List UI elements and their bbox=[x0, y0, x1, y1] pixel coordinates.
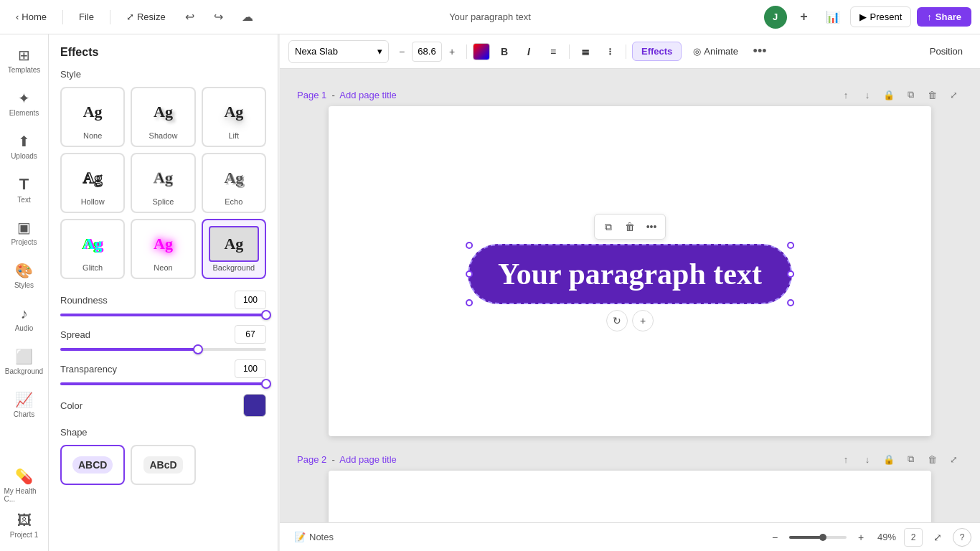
sidebar-item-audio[interactable]: ♪ Audio bbox=[4, 298, 44, 339]
add-people-button[interactable]: + bbox=[793, 6, 816, 29]
zoom-in-button[interactable]: + bbox=[852, 529, 870, 546]
element-add-button[interactable]: + bbox=[632, 310, 654, 331]
sidebar-item-styles[interactable]: 🎨 Styles bbox=[4, 255, 44, 296]
style-splice-card[interactable]: Ag Splice bbox=[131, 153, 195, 213]
page2-header: Page 2 - Add page title ↑ ↓ 🔒 ⧉ 🗑 ⤢ bbox=[294, 448, 966, 471]
resize-handle-bl[interactable] bbox=[466, 299, 473, 306]
zoom-thumb[interactable] bbox=[819, 534, 826, 541]
home-button[interactable]: ‹ Home bbox=[9, 7, 54, 27]
page2-canvas[interactable] bbox=[329, 471, 931, 522]
color-swatch[interactable] bbox=[243, 394, 266, 417]
help-button[interactable]: ? bbox=[953, 528, 971, 547]
fullscreen-button[interactable]: ⤢ bbox=[928, 528, 947, 547]
spread-input[interactable]: 67 bbox=[235, 325, 266, 344]
style-hollow-card[interactable]: Ag Hollow bbox=[60, 153, 125, 213]
list-button[interactable]: ≣ bbox=[575, 42, 595, 62]
page1-up-button[interactable]: ↑ bbox=[837, 85, 855, 104]
style-none-card[interactable]: Ag None bbox=[60, 87, 125, 147]
position-button[interactable]: Position bbox=[921, 42, 971, 60]
shape-rounded-card[interactable]: ABCD bbox=[60, 445, 125, 485]
main-canvas-area[interactable]: Page 1 - Add page title ↑ ↓ 🔒 ⧉ 🗑 ⤢ bbox=[280, 69, 980, 522]
align-button[interactable]: ≡ bbox=[543, 42, 563, 62]
spread-track[interactable] bbox=[60, 348, 266, 351]
sidebar-item-elements[interactable]: ✦ Elements bbox=[4, 83, 44, 123]
sidebar-item-background[interactable]: ⬜ Background bbox=[4, 342, 44, 382]
font-size-decrease-button[interactable]: − bbox=[393, 43, 410, 60]
font-selector[interactable]: Nexa Slab ▾ bbox=[288, 40, 389, 63]
roundness-track[interactable] bbox=[60, 314, 266, 316]
page1-delete-button[interactable]: 🗑 bbox=[923, 85, 941, 104]
sidebar-item-charts[interactable]: 📈 Charts bbox=[4, 385, 44, 425]
sidebar-item-uploads[interactable]: ⬆ Uploads bbox=[4, 126, 44, 166]
transparency-input[interactable]: 100 bbox=[235, 359, 266, 378]
animate-button[interactable]: ◎ Animate bbox=[686, 42, 745, 60]
resize-button[interactable]: ⤢ Resize bbox=[119, 7, 173, 27]
page2-lock-button[interactable]: 🔒 bbox=[880, 450, 898, 468]
share-button[interactable]: ↑ Share bbox=[917, 7, 971, 27]
avatar[interactable]: J bbox=[764, 6, 787, 29]
page-indicator[interactable]: 2 bbox=[904, 528, 923, 547]
file-button[interactable]: File bbox=[72, 7, 101, 27]
sidebar-item-projects[interactable]: ▣ Projects bbox=[4, 212, 44, 253]
style-shadow-card[interactable]: Ag Shadow bbox=[131, 87, 195, 147]
zoom-track[interactable] bbox=[789, 536, 847, 539]
roundness-input[interactable]: 100 bbox=[235, 291, 266, 309]
page1-canvas[interactable]: ⧉ 🗑 ••• Your paragraph text bbox=[329, 106, 931, 436]
page1-label: Page 1 - Add page title bbox=[297, 90, 397, 100]
style-echo-card[interactable]: Ag Echo bbox=[202, 153, 266, 213]
sidebar-item-templates[interactable]: ⊞ Templates bbox=[4, 40, 44, 80]
shape-wave-card[interactable]: ABcD bbox=[131, 445, 195, 485]
present-button[interactable]: ▶ Present bbox=[850, 6, 912, 27]
style-lift-card[interactable]: Ag Lift bbox=[202, 87, 266, 147]
roundness-thumb[interactable] bbox=[261, 310, 271, 320]
italic-button[interactable]: I bbox=[519, 42, 539, 62]
page2-section: Page 2 - Add page title ↑ ↓ 🔒 ⧉ 🗑 ⤢ bbox=[294, 448, 966, 522]
page1-copy-button[interactable]: ⧉ bbox=[901, 85, 920, 104]
resize-handle-mr[interactable] bbox=[787, 270, 794, 278]
font-size-input[interactable] bbox=[412, 42, 442, 62]
page1-expand-button[interactable]: ⤢ bbox=[944, 85, 963, 104]
style-background-card[interactable]: Ag Background bbox=[202, 219, 266, 279]
resize-handle-br[interactable] bbox=[787, 299, 794, 306]
resize-handle-ml[interactable] bbox=[466, 270, 473, 278]
transparency-thumb[interactable] bbox=[261, 379, 271, 389]
page2-copy-button[interactable]: ⧉ bbox=[901, 450, 920, 468]
zoom-out-button[interactable]: − bbox=[766, 529, 783, 546]
page2-delete-button[interactable]: 🗑 bbox=[923, 450, 941, 468]
font-size-increase-button[interactable]: + bbox=[443, 43, 461, 60]
text-delete-button[interactable]: 🗑 bbox=[621, 217, 639, 236]
more-options-button[interactable]: ••• bbox=[750, 42, 770, 62]
page1-add-title[interactable]: Add page title bbox=[339, 90, 397, 100]
redo-button[interactable]: ↪ bbox=[207, 6, 230, 29]
page2-up-button[interactable]: ↑ bbox=[837, 450, 855, 468]
undo-button[interactable]: ↩ bbox=[179, 6, 202, 29]
style-glitch-card[interactable]: Ag Glitch bbox=[60, 219, 125, 279]
text-copy-button[interactable]: ⧉ bbox=[599, 217, 618, 236]
transparency-track[interactable] bbox=[60, 382, 266, 385]
element-rotate-button[interactable]: ↻ bbox=[606, 310, 628, 331]
sidebar-bottom-section: 💊 My Health C... 🖼 Project 1 bbox=[4, 465, 44, 545]
shape-wave-preview: ABcD bbox=[143, 456, 182, 474]
text-color-button[interactable] bbox=[473, 43, 490, 60]
page2-down-button[interactable]: ↓ bbox=[858, 450, 877, 468]
resize-handle-tl[interactable] bbox=[466, 242, 473, 249]
text-element[interactable]: Your paragraph text bbox=[468, 244, 792, 304]
sidebar-item-myhealth[interactable]: 💊 My Health C... bbox=[4, 465, 44, 505]
page2-add-title[interactable]: Add page title bbox=[339, 454, 397, 465]
list2-button[interactable]: ⁝ bbox=[600, 42, 620, 62]
resize-handle-tr[interactable] bbox=[787, 242, 794, 249]
sidebar-item-project1[interactable]: 🖼 Project 1 bbox=[4, 505, 44, 545]
save-cloud-button[interactable]: ☁ bbox=[236, 6, 259, 29]
chart-button[interactable]: 📊 bbox=[821, 6, 844, 29]
sidebar-item-text[interactable]: T Text bbox=[4, 169, 44, 209]
page2-expand-button[interactable]: ⤢ bbox=[944, 450, 963, 468]
spread-thumb[interactable] bbox=[193, 344, 203, 354]
effects-button[interactable]: Effects bbox=[632, 42, 682, 61]
text-content[interactable]: Your paragraph text bbox=[498, 257, 762, 291]
style-neon-card[interactable]: Ag Neon bbox=[131, 219, 195, 279]
page1-lock-button[interactable]: 🔒 bbox=[880, 85, 898, 104]
text-more-button[interactable]: ••• bbox=[642, 217, 661, 236]
notes-button[interactable]: 📝 Notes bbox=[288, 529, 339, 545]
page1-down-button[interactable]: ↓ bbox=[858, 85, 877, 104]
bold-button[interactable]: B bbox=[494, 42, 514, 62]
